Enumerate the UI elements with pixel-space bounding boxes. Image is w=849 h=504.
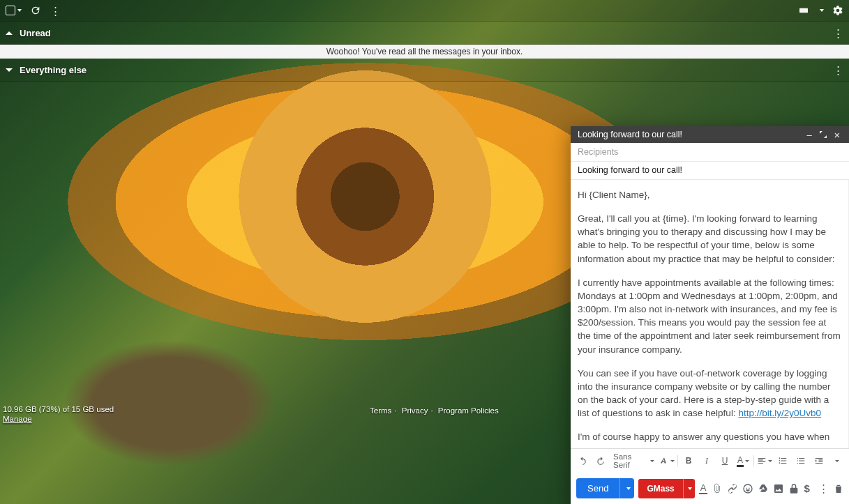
bulleted-list-button[interactable] — [793, 453, 809, 468]
underline-button[interactable]: U — [717, 453, 732, 468]
gmass-button[interactable]: GMass — [638, 479, 694, 498]
compose-title-bar[interactable]: Looking forward to our call! — [571, 126, 849, 143]
compose-window: Looking forward to our call! Recipients … — [571, 126, 849, 504]
numbered-list-button[interactable] — [775, 453, 790, 468]
emoji-icon[interactable] — [742, 481, 753, 496]
close-icon[interactable] — [832, 129, 842, 141]
font-family-dropdown[interactable]: Sans Serif — [611, 452, 656, 469]
body-p3: You can see if you have out-of-network c… — [578, 367, 841, 420]
section-else-more-icon[interactable] — [832, 64, 843, 75]
format-toolbar: Sans Serif B I U A — [571, 448, 849, 473]
fullscreen-icon[interactable] — [818, 130, 828, 140]
footer-terms-link[interactable]: Terms — [370, 406, 391, 415]
svg-rect-0 — [799, 8, 808, 13]
refresh-icon[interactable] — [30, 5, 41, 16]
minimize-icon[interactable] — [804, 130, 814, 140]
inbox-empty-banner: Woohoo! You've read all the messages in … — [0, 45, 849, 59]
recipients-field[interactable]: Recipients — [571, 143, 849, 162]
formatting-toggle-button[interactable]: A — [699, 481, 708, 496]
storage-footer: 10.96 GB (73%) of 15 GB used Manage — [3, 405, 114, 423]
section-unread[interactable]: Unread — [0, 21, 849, 45]
money-icon[interactable]: $ — [804, 481, 809, 496]
insert-photo-icon[interactable] — [773, 481, 784, 496]
input-tools-caret[interactable] — [820, 9, 824, 12]
section-everything-else[interactable]: Everything else — [0, 59, 849, 82]
coverage-guide-link[interactable]: http://bit.ly/2y0Uvb0 — [738, 408, 821, 418]
subject-field[interactable]: Looking forward to our call! — [571, 162, 849, 180]
footer-privacy-link[interactable]: Privacy — [402, 406, 428, 415]
compose-title-text: Looking forward to our call! — [578, 130, 682, 139]
settings-gear-icon[interactable] — [832, 5, 843, 16]
footer-policies-link[interactable]: Program Policies — [438, 406, 499, 415]
send-options-button[interactable] — [619, 478, 634, 498]
section-else-label: Everything else — [20, 65, 87, 75]
compose-more-icon[interactable] — [818, 481, 829, 496]
attach-icon[interactable] — [712, 481, 723, 496]
redo-button[interactable] — [593, 453, 608, 468]
footer-links: Terms· Privacy· Program Policies — [370, 406, 499, 415]
insert-link-icon[interactable] — [727, 481, 738, 496]
undo-button[interactable] — [575, 453, 590, 468]
chevron-up-icon — [6, 31, 13, 35]
body-greeting: Hi {Client Name}, — [578, 188, 841, 201]
compose-body[interactable]: Hi {Client Name}, Great, I'll call you a… — [571, 180, 849, 448]
storage-usage-text: 10.96 GB (73%) of 15 GB used — [3, 405, 114, 413]
confidential-icon[interactable] — [788, 481, 799, 496]
section-unread-more-icon[interactable] — [832, 27, 843, 38]
body-p2: I currently have appointments available … — [578, 276, 841, 356]
send-button[interactable]: Send — [576, 478, 619, 498]
font-size-button[interactable] — [659, 453, 675, 468]
drive-icon[interactable] — [758, 481, 769, 496]
text-color-button[interactable]: A — [735, 453, 751, 468]
chevron-down-icon — [6, 68, 13, 72]
indent-button[interactable] — [811, 453, 827, 468]
input-tools-icon[interactable] — [798, 5, 809, 16]
align-button[interactable] — [757, 453, 772, 468]
body-p4: I'm of course happy to answer any questi… — [578, 430, 841, 448]
more-formatting-button[interactable] — [829, 453, 845, 468]
body-p1: Great, I'll call you at {time}. I'm look… — [578, 212, 841, 266]
send-toolbar: Send GMass A $ — [571, 473, 849, 504]
discard-draft-icon[interactable] — [833, 481, 844, 496]
select-checkbox[interactable] — [6, 6, 22, 15]
manage-storage-link[interactable]: Manage — [3, 415, 114, 423]
mail-toolbar — [0, 0, 849, 21]
bold-button[interactable]: B — [681, 453, 696, 468]
section-unread-label: Unread — [20, 28, 51, 38]
more-menu-icon[interactable] — [50, 5, 61, 16]
italic-button[interactable]: I — [699, 453, 714, 468]
